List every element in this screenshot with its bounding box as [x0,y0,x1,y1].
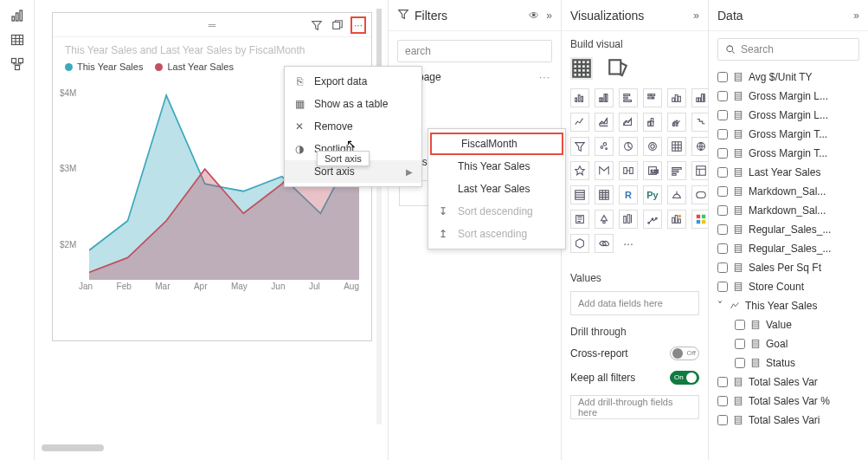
viz-type-icon[interactable] [595,113,614,132]
field-group[interactable]: ˅This Year Sales [714,296,863,315]
field-subitem[interactable]: Status [714,353,863,373]
table-view-icon[interactable] [0,28,35,52]
field-item[interactable]: Store Count [714,277,863,296]
field-checkbox[interactable] [717,186,728,197]
field-checkbox[interactable] [717,224,728,235]
field-item[interactable]: Markdown_Sal... [714,201,863,220]
viz-type-icon[interactable] [595,234,614,253]
field-item[interactable]: Total Sales Vari [714,411,863,430]
field-checkbox[interactable] [717,72,728,82]
viz-type-icon[interactable] [595,161,614,180]
viz-type-icon[interactable] [595,210,614,229]
viz-type-icon[interactable] [619,113,638,132]
viz-type-icon[interactable]: Py [643,185,662,204]
data-search-input[interactable]: Search [717,38,859,61]
viz-type-icon[interactable] [619,88,638,107]
visual-filter-icon[interactable] [309,17,325,33]
more-options-icon[interactable]: ··· [350,16,366,34]
report-view-icon[interactable] [0,3,35,28]
viz-type-icon[interactable] [643,113,662,132]
field-item[interactable]: Gross Margin T... [714,125,863,144]
build-visual-mode-icon[interactable] [570,57,593,80]
model-view-icon[interactable] [0,52,35,76]
viz-type-icon[interactable] [667,185,686,204]
viz-type-icon[interactable] [570,234,589,253]
viz-type-icon[interactable] [667,137,686,156]
field-item[interactable]: Regular_Sales_... [714,220,863,239]
drill-through-well[interactable]: Add drill-through fields here [570,395,699,419]
svg-rect-47 [672,168,682,170]
viz-type-icon[interactable] [570,210,589,229]
field-item[interactable]: Regular_Sales_... [714,239,863,258]
viz-type-icon[interactable] [570,161,589,180]
viz-type-icon[interactable] [667,113,686,132]
viz-type-icon[interactable] [643,137,662,156]
field-checkbox[interactable] [735,358,745,368]
viz-type-icon[interactable] [570,113,589,132]
field-item[interactable]: Avg $/Unit TY [714,68,863,87]
format-visual-mode-icon[interactable] [607,57,629,80]
submenu-item[interactable]: FiscalMonth [430,133,563,155]
field-checkbox[interactable] [717,91,728,101]
field-item[interactable]: Sales Per Sq Ft [714,258,863,277]
field-subitem[interactable]: Goal [714,334,863,353]
field-checkbox[interactable] [717,167,728,178]
field-checkbox[interactable] [717,415,728,425]
viz-type-icon[interactable] [619,210,638,229]
field-checkbox[interactable] [717,129,728,139]
viz-type-icon[interactable] [595,88,614,107]
viz-type-icon[interactable] [595,185,614,204]
focus-mode-icon[interactable] [330,17,345,33]
viz-type-icon[interactable]: 123 [643,161,662,180]
field-subitem[interactable]: Value [714,315,863,334]
drag-handle-icon[interactable]: ═ [199,13,225,37]
menu-item[interactable]: ▦Show as a table [285,93,421,115]
field-item[interactable]: Gross Margin T... [714,144,863,163]
field-item[interactable]: Gross Margin L... [714,87,863,106]
viz-type-icon[interactable] [667,88,686,107]
viz-type-icon[interactable] [643,88,662,107]
viz-type-icon[interactable] [570,185,589,204]
values-well[interactable]: Add data fields here [570,291,699,315]
field-checkbox[interactable] [717,205,728,216]
viz-type-icon[interactable] [595,137,614,156]
viz-type-icon[interactable] [619,161,638,180]
viz-type-icon[interactable]: R [619,185,638,204]
field-item[interactable]: Gross Margin L... [714,106,863,125]
field-checkbox[interactable] [717,377,728,387]
field-checkbox[interactable] [717,148,728,159]
show-filters-icon[interactable]: 👁 [529,10,539,22]
legend-item-last-year[interactable]: Last Year Sales [155,62,233,72]
viz-type-icon[interactable] [667,210,686,229]
cross-report-toggle[interactable]: Off [670,347,699,360]
field-checkbox[interactable] [735,320,745,330]
field-checkbox[interactable] [717,396,728,406]
canvas-horizontal-scrollbar[interactable] [42,444,104,451]
more-visuals-icon[interactable]: ··· [619,234,638,253]
viz-type-icon[interactable] [570,137,589,156]
field-checkbox[interactable] [717,243,728,254]
field-item[interactable]: Total Sales Var % [714,392,863,411]
legend-item-this-year[interactable]: This Year Sales [65,62,143,72]
field-checkbox[interactable] [735,339,745,349]
section-more-icon[interactable]: ··· [539,71,550,83]
filters-search-input[interactable]: earch [397,40,552,62]
expand-pane-icon[interactable]: » [853,10,859,22]
viz-type-icon[interactable] [570,88,589,107]
field-item[interactable]: Markdown_Sal... [714,182,863,201]
field-checkbox[interactable] [717,282,728,292]
field-item[interactable]: Total Sales Var [714,373,863,392]
field-item[interactable]: Last Year Sales [714,163,863,182]
field-checkbox[interactable] [717,110,728,120]
submenu-item[interactable]: Last Year Sales [428,178,565,200]
viz-type-icon[interactable] [667,161,686,180]
menu-item[interactable]: ✕Remove [285,115,421,138]
viz-type-icon[interactable] [619,137,638,156]
submenu-item[interactable]: This Year Sales [428,155,565,178]
expand-pane-icon[interactable]: » [546,10,552,22]
keep-filters-toggle[interactable]: On [670,371,699,385]
field-checkbox[interactable] [717,262,728,273]
menu-item[interactable]: ⎘Export data [285,70,421,93]
viz-type-icon[interactable] [643,210,662,229]
expand-pane-icon[interactable]: » [693,10,699,22]
